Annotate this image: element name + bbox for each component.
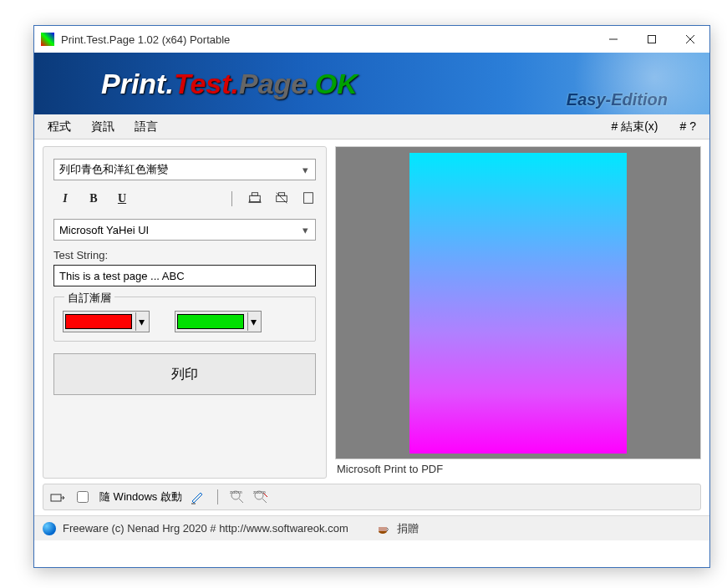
- svg-rect-4: [250, 195, 261, 201]
- chevron-down-icon: ▾: [298, 224, 312, 236]
- svg-text:zoom: zoom: [230, 489, 242, 494]
- format-toolbar: I B U: [53, 189, 316, 209]
- print-mode-combo[interactable]: 列印青色和洋紅色漸變 ▾: [53, 159, 316, 180]
- color2-swatch: [177, 314, 244, 329]
- chevron-down-icon: ▾: [298, 164, 312, 176]
- preview-panel: Microsoft Print to PDF: [335, 146, 701, 479]
- bottom-toolbar: 隨 Windows 啟動 zoom zoom: [43, 484, 701, 510]
- test-string-label: Test String:: [53, 249, 316, 261]
- banner-text-print: Print.: [101, 68, 174, 100]
- menu-help[interactable]: # ?: [672, 117, 704, 137]
- maximize-button[interactable]: [633, 26, 671, 53]
- svg-line-13: [239, 499, 243, 503]
- content-area: 列印青色和洋紅色漸變 ▾ I B U Micros: [34, 139, 709, 482]
- print-button[interactable]: 列印: [53, 353, 316, 395]
- separator: [217, 489, 218, 504]
- printer-name: Microsoft Print to PDF: [335, 459, 701, 479]
- print-preview-icon[interactable]: [274, 190, 289, 208]
- menu-exit[interactable]: # 結束(x): [603, 117, 667, 137]
- print-setup-icon[interactable]: [247, 190, 262, 208]
- color1-picker[interactable]: ▾: [63, 311, 150, 332]
- svg-rect-6: [277, 195, 287, 201]
- svg-rect-5: [252, 192, 257, 195]
- minimize-button[interactable]: [594, 26, 633, 53]
- preview-area: [335, 146, 701, 459]
- menu-info[interactable]: 資訊: [83, 117, 123, 137]
- gradient-label: 自訂漸層: [64, 291, 114, 306]
- svg-text:zoom: zoom: [253, 489, 266, 494]
- banner-edition: Easy-Edition: [567, 90, 668, 109]
- test-string-input[interactable]: [53, 265, 316, 286]
- banner: Print. Test. Page. OK Easy-Edition: [34, 53, 709, 114]
- banner-text-ok: OK: [315, 68, 358, 100]
- app-icon: [41, 33, 54, 46]
- menubar: 程式 資訊 語言 # 結束(x) # ?: [34, 114, 709, 139]
- bold-button[interactable]: B: [85, 190, 102, 207]
- status-text[interactable]: Freeware (c) Nenad Hrg 2020 # http://www…: [63, 522, 348, 535]
- svg-rect-7: [278, 192, 284, 195]
- preview-page: [409, 153, 627, 454]
- custom-gradient-group: 自訂漸層 ▾ ▾: [53, 297, 316, 342]
- underline-button[interactable]: U: [114, 190, 130, 207]
- color2-picker[interactable]: ▾: [175, 311, 262, 332]
- banner-text-page: Page.: [239, 68, 315, 100]
- menu-language[interactable]: 語言: [126, 117, 166, 137]
- zoom-in-icon[interactable]: zoom: [230, 489, 245, 504]
- app-window: Print.Test.Page 1.02 (x64) Portable Prin…: [33, 25, 710, 568]
- separator: [231, 191, 232, 206]
- italic-button[interactable]: I: [57, 190, 74, 207]
- controls-panel: 列印青色和洋紅色漸變 ▾ I B U Micros: [43, 146, 327, 479]
- print-button-label: 列印: [171, 366, 198, 383]
- close-button[interactable]: [671, 26, 709, 53]
- window-title: Print.Test.Page 1.02 (x64) Portable: [61, 33, 594, 46]
- font-combo[interactable]: Microsoft YaHei UI ▾: [53, 219, 316, 241]
- svg-rect-10: [51, 494, 61, 501]
- print-mode-value: 列印青色和洋紅色漸變: [59, 162, 168, 177]
- chevron-down-icon: ▾: [135, 312, 147, 331]
- svg-rect-1: [648, 36, 656, 43]
- svg-rect-20: [379, 527, 387, 531]
- donate-link[interactable]: 捐贈: [397, 521, 419, 536]
- globe-icon: [43, 522, 56, 535]
- tray-icon[interactable]: [50, 489, 65, 504]
- titlebar: Print.Test.Page 1.02 (x64) Portable: [34, 26, 709, 53]
- font-value: Microsoft YaHei UI: [59, 224, 149, 236]
- donate-icon: [377, 522, 390, 535]
- svg-rect-9: [304, 192, 313, 203]
- svg-line-16: [262, 499, 267, 503]
- edit-icon[interactable]: [191, 489, 206, 504]
- autostart-checkbox[interactable]: [77, 491, 89, 503]
- page-icon[interactable]: [301, 190, 316, 208]
- statusbar: Freeware (c) Nenad Hrg 2020 # http://www…: [34, 515, 709, 540]
- banner-text-test: Test.: [174, 68, 239, 100]
- color1-swatch: [65, 314, 132, 329]
- zoom-out-icon[interactable]: zoom: [253, 489, 268, 504]
- chevron-down-icon: ▾: [247, 312, 259, 331]
- menu-program[interactable]: 程式: [39, 117, 79, 137]
- autostart-label: 隨 Windows 啟動: [99, 489, 182, 504]
